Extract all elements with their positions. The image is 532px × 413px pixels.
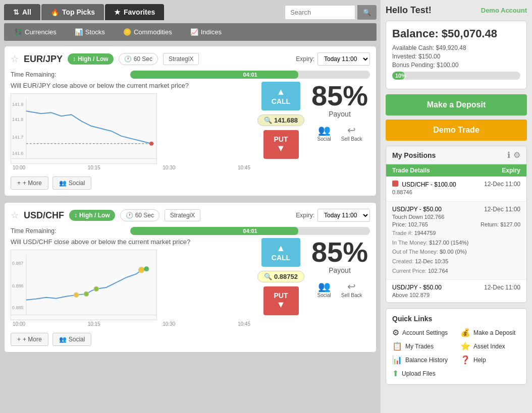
info-icon[interactable]: ℹ	[507, 150, 510, 160]
top-nav: ⇅ All 🔥 Top Picks ★ Favorites 🔍	[4, 4, 377, 20]
account-settings-icon: ⚙	[392, 328, 399, 337]
asset-name-eurjpy: EUR/JPY	[24, 54, 63, 65]
hello-row: Hello Test! Demo Account	[386, 5, 527, 16]
sellback-button-usdchf[interactable]: ↩ Sell Back	[341, 280, 362, 298]
sort-icon: ⇅	[13, 8, 19, 16]
social-footer-button-usdchf[interactable]: 👥 Social	[52, 333, 92, 346]
search-area: 🔍	[285, 5, 377, 20]
more-button-usdchf[interactable]: + + More	[11, 333, 48, 346]
position-row-usdjpy-simple: USD/JPY - $50.00 12-Dec 11:00 Above 102.…	[386, 280, 526, 303]
card-right-eurjpy: 85% Payout 👥 Social ↩ Sell Back	[309, 82, 370, 142]
call-button-usdchf[interactable]: ▲ CALL	[261, 238, 300, 267]
time-value-1: 04:01	[243, 72, 257, 78]
card-body-usdchf: Will USD/CHF close above or below the cu…	[11, 238, 370, 328]
sellback-icon-2: ↩	[347, 280, 356, 292]
call-button-eurjpy[interactable]: ▲ CALL	[261, 82, 300, 110]
balance-card: Balance: $50,070.48 Available Cash: $49,…	[386, 21, 527, 89]
svg-point-16	[138, 267, 144, 273]
expiry-select-usdchf[interactable]: Today 11:00	[317, 209, 370, 222]
plus-icon: +	[17, 180, 21, 187]
chart-labels-1: 10:00 10:15 10:30 10:45	[11, 164, 252, 171]
bonus-row: Bonus Pending: $100.00	[392, 62, 520, 69]
search-input[interactable]	[285, 5, 355, 20]
svg-text:141.8: 141.8	[12, 117, 23, 122]
social-footer-icon-2: 👥	[59, 336, 67, 343]
price-line: Price: 102,765	[392, 221, 428, 227]
make-deposit-icon: 💰	[460, 328, 470, 337]
demo-trade-button[interactable]: Demo Trade	[386, 120, 527, 141]
positions-table-header: Trade Details Expiry	[386, 164, 526, 176]
social-footer-icon: 👥	[59, 180, 67, 187]
right-panel: Hello Test! Demo Account Balance: $50,07…	[381, 0, 532, 413]
quick-links-grid: ⚙ Account Settings 💰 Make a Deposit 📋 My…	[392, 328, 520, 378]
sellback-button-eurjpy[interactable]: ↩ Sell Back	[341, 124, 362, 142]
time-bar-2: 04:01	[130, 227, 298, 235]
position-asset-1: USD/CHF - $100.00	[392, 181, 456, 188]
subtab-stocks[interactable]: 📊 Stocks	[66, 24, 114, 40]
ql-account-settings[interactable]: ⚙ Account Settings	[392, 328, 452, 337]
tab-favorites[interactable]: ★ Favorites	[105, 4, 164, 20]
ql-my-trades[interactable]: 📋 My Trades	[392, 341, 452, 351]
ql-help[interactable]: ❓ Help	[460, 355, 520, 365]
demo-account-badge[interactable]: Demo Account	[481, 7, 527, 14]
card-question-eurjpy: Will EUR/JPY close above or below the cu…	[11, 82, 252, 89]
card-middle-eurjpy: ▲ CALL 🔍 141.688 PUT ▼	[257, 82, 304, 159]
card-footer-usdchf: + + More 👥 Social	[11, 333, 370, 346]
quick-links-title: Quick Links	[392, 315, 520, 323]
greeting: Hello Test!	[386, 5, 432, 16]
search-icon: 🔍	[363, 9, 371, 16]
currencies-icon: 💱	[14, 28, 22, 36]
svg-text:0.887: 0.887	[12, 261, 23, 266]
social-button-usdchf[interactable]: 👥 Social	[317, 280, 331, 298]
trend-icon-2: ↕	[74, 212, 77, 219]
card-body-eurjpy: Will EUR/JPY close above or below the cu…	[11, 82, 370, 171]
put-button-eurjpy[interactable]: PUT ▼	[263, 130, 299, 159]
fire-icon: 🔥	[50, 8, 59, 16]
social-button-eurjpy[interactable]: 👥 Social	[317, 124, 331, 142]
svg-text:0.885: 0.885	[12, 305, 23, 310]
tab-toppicks[interactable]: 🔥 Top Picks	[41, 4, 104, 20]
expiry-group-eurjpy: Expiry: Today 11:00	[296, 52, 370, 66]
favorite-star-eurjpy[interactable]: ☆	[11, 53, 19, 65]
time-remaining-label-1: Time Remaining:	[11, 71, 130, 78]
return-line: Return: $127.00	[481, 221, 520, 227]
progress-text: 10%	[395, 73, 406, 79]
left-panel: ⇅ All 🔥 Top Picks ★ Favorites 🔍 💱 Curren…	[0, 0, 381, 413]
col-expiry: Expiry	[502, 167, 520, 174]
invested-row: Invested: $150.00	[392, 53, 520, 60]
put-button-usdchf[interactable]: PUT ▼	[263, 286, 299, 315]
ql-balance-history[interactable]: 📊 Balance History	[392, 355, 452, 365]
clock-icon-2: 🕐	[126, 212, 133, 219]
subtab-indices[interactable]: 📈 Indices	[181, 24, 231, 40]
subtab-currencies[interactable]: 💱 Currencies	[5, 24, 66, 40]
payout-pct-usdchf: 85%	[309, 238, 370, 266]
indices-icon: 📈	[190, 28, 198, 36]
more-button-eurjpy[interactable]: + + More	[11, 176, 48, 190]
tab-all[interactable]: ⇅ All	[4, 4, 40, 20]
ql-upload-files[interactable]: ⬆ Upload Files	[392, 369, 452, 378]
quick-links-card: Quick Links ⚙ Account Settings 💰 Make a …	[386, 308, 527, 385]
star-icon: ★	[114, 8, 121, 16]
expiry-select-eurjpy[interactable]: Today 11:00	[317, 52, 370, 66]
plus-icon-2: +	[17, 336, 21, 343]
position-expiry-1: 12-Dec 11:00	[484, 181, 520, 188]
social-row-usdchf: 👥 Social ↩ Sell Back	[309, 280, 370, 298]
favorite-star-usdchf[interactable]: ☆	[11, 210, 19, 221]
svg-point-7	[149, 142, 153, 146]
balance-display: Balance: $50,070.48	[392, 27, 520, 40]
help-icon: ❓	[460, 355, 470, 365]
search-button[interactable]: 🔍	[357, 5, 377, 20]
position-main-3: USD/JPY - $50.00 12-Dec 11:00	[392, 284, 520, 291]
svg-text:141.6: 141.6	[12, 151, 23, 156]
social-row-eurjpy: 👥 Social ↩ Sell Back	[309, 124, 370, 142]
ql-make-deposit[interactable]: 💰 Make a Deposit	[460, 328, 520, 337]
price-tag-eurjpy: 🔍 141.688	[257, 114, 304, 126]
social-footer-button-eurjpy[interactable]: 👥 Social	[52, 176, 92, 190]
deposit-button[interactable]: Make a Deposit	[386, 94, 527, 115]
subtab-commodities[interactable]: 🪙 Commodities	[114, 24, 181, 40]
nav-tabs: ⇅ All 🔥 Top Picks ★ Favorites	[4, 4, 281, 20]
position-asset-3: USD/JPY - $50.00	[392, 284, 442, 291]
clock-icon: 🕐	[124, 55, 132, 63]
settings-icon[interactable]: ⚙	[513, 150, 520, 160]
ql-asset-index[interactable]: ⭐ Asset Index	[460, 341, 520, 351]
